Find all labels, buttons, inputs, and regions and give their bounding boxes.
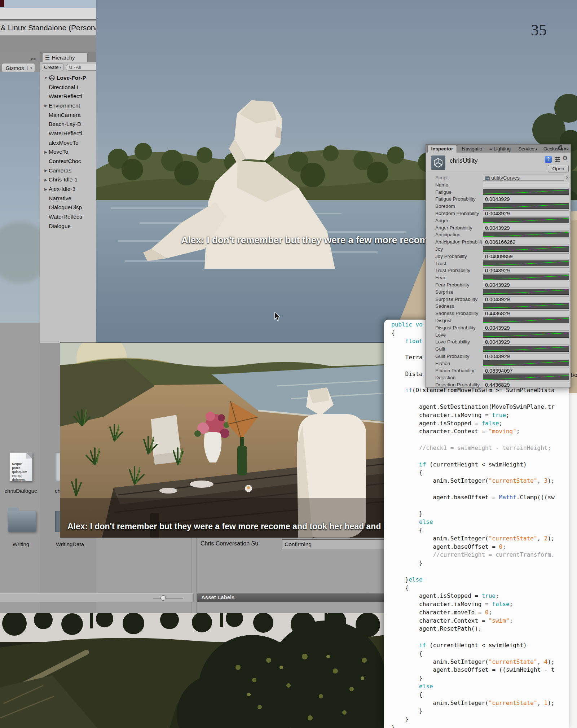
project-label[interactable]: Writing xyxy=(0,541,42,547)
probability-value[interactable]: 0.0043929 xyxy=(483,267,569,273)
probability-value[interactable]: 0.0043929 xyxy=(483,325,569,331)
emotion-label: Fear xyxy=(435,275,482,280)
inspector-row: Fear Probability0.0043929 xyxy=(426,281,571,288)
create-button[interactable]: Create ▾ xyxy=(42,63,63,71)
curve-field[interactable] xyxy=(483,232,569,237)
folder-icon-clipped[interactable] xyxy=(55,511,61,532)
icon-size-slider[interactable] xyxy=(160,595,166,601)
probability-value[interactable]: 0.08394097 xyxy=(483,368,569,374)
hierarchy-item-narrative[interactable]: Narrative xyxy=(40,194,96,203)
probability-value[interactable]: 0.4436829 xyxy=(483,382,569,388)
hierarchy-item-directional l[interactable]: Directional L xyxy=(40,83,96,92)
search-input[interactable]: ▾ All xyxy=(66,64,96,71)
probability-value[interactable]: 0.0043929 xyxy=(483,296,569,302)
probability-label: Trust Probability xyxy=(435,268,482,273)
curve-field[interactable] xyxy=(483,289,569,295)
project-label[interactable]: WritingData xyxy=(50,541,90,547)
gizmos-button[interactable]: Gizmos ▾ xyxy=(2,63,35,73)
hierarchy-item-alex-idle-3[interactable]: ▶Alex-Idle-3 xyxy=(40,184,96,194)
curve-field[interactable] xyxy=(483,303,569,309)
curve-field[interactable] xyxy=(483,218,569,223)
icon-size-slider-track xyxy=(153,598,183,598)
probability-value[interactable]: 0.0043929 xyxy=(483,282,569,288)
probability-value[interactable]: 0.04009859 xyxy=(483,253,569,259)
tab-navigatio[interactable]: Navigatio xyxy=(462,145,482,153)
foldout-collapsed-icon[interactable]: ▶ xyxy=(43,178,49,182)
gear-icon[interactable]: ⚙ xyxy=(562,154,568,162)
probability-value[interactable]: 0.0043929 xyxy=(483,353,569,359)
panel-menu-icon[interactable]: ▾≡ xyxy=(31,57,36,62)
hierarchy-item-contextchoc[interactable]: ContextChoc xyxy=(40,157,96,166)
probability-value[interactable]: 0.4436829 xyxy=(483,310,569,316)
script-field[interactable]: c#utilityCurves xyxy=(483,175,564,181)
scene-view-sliver xyxy=(0,72,40,323)
probability-value[interactable]: 0.0043929 xyxy=(483,225,569,231)
curve-field[interactable] xyxy=(483,246,569,252)
probability-value[interactable]: 0.0043929 xyxy=(483,210,569,216)
foldout-collapsed-icon[interactable]: ▶ xyxy=(43,150,49,154)
curve-field[interactable] xyxy=(483,360,569,366)
panel-menu-icon[interactable]: ▾≡ xyxy=(564,147,569,151)
tab-inspector[interactable]: Inspector xyxy=(427,145,457,153)
foldout-collapsed-icon[interactable]: ▶ xyxy=(43,104,49,108)
presets-icon[interactable] xyxy=(554,156,561,163)
chevron-down-icon: ▾ xyxy=(74,66,75,69)
project-item-clipped-doc[interactable] xyxy=(55,452,61,481)
emotion-label: Boredom xyxy=(435,203,482,209)
hierarchy-item-label: Love-For-P xyxy=(57,75,86,81)
folder-icon[interactable] xyxy=(8,511,36,532)
hierarchy-item-beach-lay-d[interactable]: Beach-Lay-D xyxy=(40,119,96,129)
hierarchy-item-maincamera[interactable]: MainCamera xyxy=(40,110,96,120)
curve-field[interactable] xyxy=(483,189,569,195)
hierarchy-item-waterreflecti[interactable]: WaterReflecti xyxy=(40,129,96,138)
foldout-collapsed-icon[interactable]: ▶ xyxy=(43,168,49,172)
hierarchy-item-label: MainCamera xyxy=(49,112,81,118)
tab-occlusion[interactable]: Occlusion xyxy=(543,145,565,153)
hierarchy-item-dialogue[interactable]: Dialogue xyxy=(40,222,96,231)
foldout-collapsed-icon[interactable]: ▶ xyxy=(43,187,49,191)
probability-label: Sadness Probability xyxy=(435,311,482,316)
conversation-field[interactable]: Confirming xyxy=(282,539,398,549)
probability-label: Boredom Probability xyxy=(435,211,482,216)
inspector-row: Boredom xyxy=(426,203,571,210)
probability-value[interactable]: 0.0043929 xyxy=(483,196,569,202)
open-button[interactable]: Open xyxy=(548,165,569,172)
search-text: All xyxy=(76,65,81,70)
curve-field[interactable] xyxy=(483,332,569,338)
curve-field[interactable] xyxy=(483,260,569,266)
curve-field[interactable] xyxy=(483,275,569,280)
page-number: 35 xyxy=(531,21,547,39)
tab-lighting[interactable]: ≡ Lighting xyxy=(489,145,511,153)
curve-field[interactable] xyxy=(483,203,569,209)
probability-label: Joy Probability xyxy=(435,254,482,259)
inspector-row: Scriptc#utilityCurves xyxy=(426,174,571,181)
project-item-chrisdialogue[interactable]: Neque porro quisquam est qui dolorem. xyxy=(9,452,32,481)
hierarchy-item-chris-idle-1[interactable]: ▶Chris-Idle-1 xyxy=(40,175,96,185)
curve-field[interactable] xyxy=(483,317,569,323)
probability-label: Dejection Probability xyxy=(435,382,482,387)
hierarchy-item-enviornment[interactable]: ▶Enviornment xyxy=(40,101,96,110)
chevron-down-icon[interactable]: ▾ xyxy=(27,66,35,70)
tab-services[interactable]: Services xyxy=(518,145,537,153)
unity-cube-icon xyxy=(49,75,55,81)
conversation-label: Chris Conversation Su xyxy=(201,540,258,547)
hierarchy-item-moveto[interactable]: ▶MoveTo xyxy=(40,148,96,157)
hierarchy-item-waterreflecti[interactable]: WaterReflecti xyxy=(40,212,96,222)
hierarchy-item-alexmoveto[interactable]: alexMoveTo xyxy=(40,138,96,148)
hierarchy-item-waterreflecti[interactable]: WaterReflecti xyxy=(40,92,96,101)
hierarchy-item-dialoguedisp[interactable]: DialogueDisp xyxy=(40,203,96,212)
curve-field[interactable] xyxy=(483,374,569,380)
tab-hierarchy[interactable]: ☰ Hierarchy xyxy=(42,53,88,62)
probability-value[interactable]: 0.006166262 xyxy=(483,239,569,245)
inspector-row: Disgust xyxy=(426,317,571,324)
search-icon xyxy=(69,65,73,70)
object-picker-icon[interactable] xyxy=(566,176,569,179)
project-label[interactable]: chrisDialogue xyxy=(0,488,42,494)
foldout-expanded-icon[interactable]: ▼ xyxy=(43,76,49,80)
name-field[interactable] xyxy=(483,182,569,188)
curve-field[interactable] xyxy=(483,346,569,352)
hierarchy-item-love-for-p[interactable]: ▼Love-For-P xyxy=(40,73,96,83)
hierarchy-item-cameras[interactable]: ▶Cameras xyxy=(40,166,96,175)
probability-value[interactable]: 0.0043929 xyxy=(483,339,569,345)
help-icon[interactable]: ? xyxy=(545,156,552,163)
